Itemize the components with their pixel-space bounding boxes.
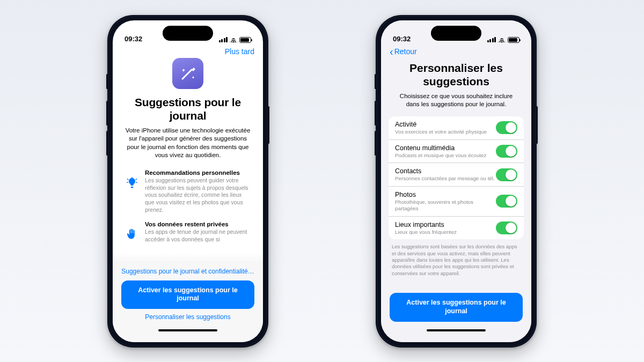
row-desc: Photothèque, souvenirs et photos partagé… [395, 199, 496, 212]
nav-bar: Plus tard [113, 45, 263, 56]
page-title: Personnaliser les suggestions [393, 61, 519, 88]
row-activity[interactable]: Activité Vos exercices et votre activité… [389, 116, 524, 140]
chevron-left-icon: ‹ [390, 48, 393, 55]
dynamic-island [163, 26, 213, 41]
cellular-icon [219, 37, 228, 42]
iphone-mockup-customize: 09:32 ‹ Retour Personnaliser les suggest… [376, 15, 537, 348]
page-subtitle: Choisissez ce que vous souhaitez inclure… [394, 92, 518, 109]
battery-icon [239, 37, 251, 43]
journal-suggestions-app-icon [172, 58, 203, 89]
row-title: Photos [395, 191, 496, 198]
row-contacts[interactable]: Contacts Personnes contactées par messag… [389, 163, 524, 187]
feature-title: Recommandations personnelles [145, 169, 250, 176]
page-title: Suggestions pour le journal [122, 95, 253, 122]
row-desc: Podcasts et musique que vous écoutez [395, 152, 486, 159]
toggle-photos[interactable] [496, 195, 517, 208]
battery-icon [508, 37, 519, 43]
enable-suggestions-button[interactable]: Activer les suggestions pour le journal [121, 280, 254, 309]
feature-desc: Les apps de tenue de journal ne peuvent … [145, 228, 250, 243]
privacy-link[interactable]: Suggestions pour le journal et confident… [121, 268, 254, 276]
status-time: 09:32 [393, 35, 411, 43]
row-title: Contenu multimédia [395, 144, 486, 152]
wifi-icon [498, 37, 506, 42]
row-desc: Vos exercices et votre activité physique [395, 129, 487, 135]
enable-suggestions-button[interactable]: Activer les suggestions pour le journal [390, 293, 523, 321]
row-photos[interactable]: Photos Photothèque, souvenirs et photos … [389, 187, 524, 217]
page-lead: Votre iPhone utilise une technologie exé… [123, 127, 252, 160]
wifi-icon [230, 37, 237, 42]
customize-link[interactable]: Personnaliser les suggestions [145, 313, 230, 322]
dynamic-island [431, 26, 481, 41]
feature-privacy: Vos données restent privées Les apps de … [122, 221, 253, 243]
toggle-media[interactable] [496, 145, 517, 158]
nav-bar: ‹ Retour [381, 45, 531, 56]
feature-personal-recommendations: Recommandations personnelles Les suggest… [122, 169, 253, 213]
settings-group: Activité Vos exercices et votre activité… [389, 116, 524, 240]
home-indicator[interactable] [427, 329, 486, 331]
row-title: Lieux importants [395, 221, 457, 228]
row-locations[interactable]: Lieux importants Lieux que vous fréquent… [389, 217, 524, 240]
back-label: Retour [394, 47, 417, 56]
footer: Activer les suggestions pour le journal [381, 287, 531, 342]
back-button[interactable]: ‹ Retour [390, 47, 417, 56]
feature-desc: Les suggestions peuvent guider votre réf… [145, 177, 250, 213]
footer: Suggestions pour le journal et confident… [113, 262, 263, 342]
hand-raised-icon [126, 228, 138, 243]
toggle-locations[interactable] [496, 221, 517, 234]
lightbulb-icon [126, 177, 138, 213]
toggle-contacts[interactable] [496, 168, 517, 181]
feature-title: Vos données restent privées [145, 221, 250, 227]
row-desc: Personnes contactées par message ou tél. [395, 175, 495, 182]
toggle-activity[interactable] [496, 121, 517, 134]
cellular-icon [487, 37, 496, 42]
iphone-mockup-intro: 09:32 Plus tard Suggestions pour le jour… [107, 15, 268, 348]
skip-button[interactable]: Plus tard [225, 47, 254, 56]
fineprint: Les suggestions sont basées sur les donn… [392, 243, 521, 277]
row-desc: Lieux que vous fréquentez [395, 229, 457, 235]
row-media[interactable]: Contenu multimédia Podcasts et musique q… [389, 140, 524, 164]
row-title: Contacts [395, 167, 495, 175]
home-indicator[interactable] [158, 329, 217, 331]
row-title: Activité [395, 121, 487, 128]
status-time: 09:32 [125, 35, 142, 43]
